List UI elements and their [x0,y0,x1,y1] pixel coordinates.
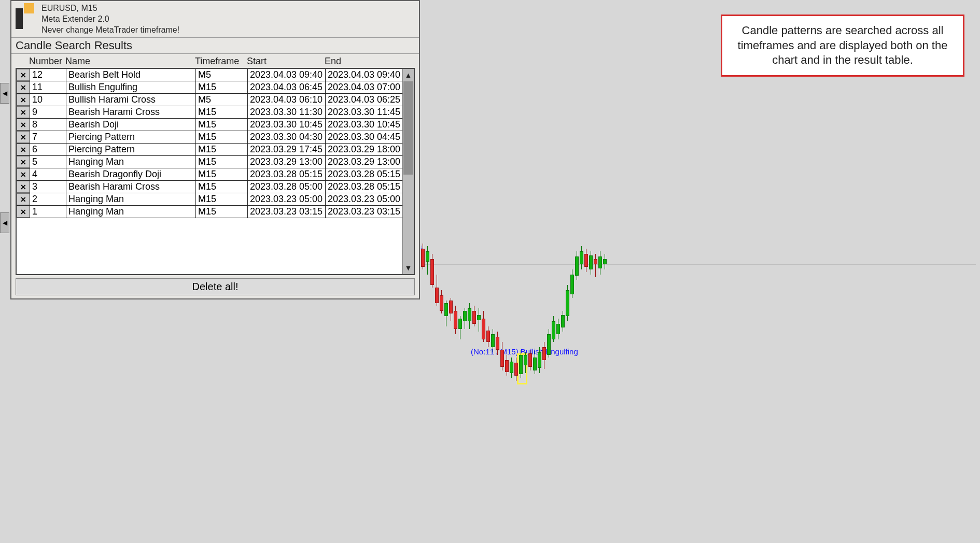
delete-row-button[interactable]: ✕ [17,156,30,168]
cell-name: Bearish Harami Cross [66,181,196,193]
delete-all-button[interactable]: Delete all! [16,278,415,295]
cell-timeframe: M5 [196,69,248,81]
delete-row-button[interactable]: ✕ [17,181,30,193]
table-row[interactable]: ✕11Bullish EngulfingM152023.04.03 06:452… [17,81,402,94]
cell-end: 2023.04.03 09:40 [326,69,402,81]
candlestick-chart[interactable]: ↓ (No:11 / M15) Bullish Engulfing [421,238,613,404]
cell-start: 2023.04.03 06:45 [248,81,326,93]
table-row[interactable]: ✕2Hanging ManM152023.03.23 05:002023.03.… [17,193,402,206]
cell-number: 4 [30,168,66,180]
cell-name: Piercing Pattern [66,144,196,155]
cell-start: 2023.03.29 13:00 [248,156,326,168]
cell-timeframe: M15 [196,119,248,131]
cell-start: 2023.03.28 05:00 [248,181,326,193]
table-row[interactable]: ✕12Bearish Belt HoldM52023.04.03 09:4020… [17,69,402,81]
product-label: Meta Extender 2.0 [41,14,179,25]
cell-timeframe: M15 [196,106,248,118]
delete-row-button[interactable]: ✕ [17,69,30,81]
cell-name: Bearish Belt Hold [66,69,196,81]
cell-end: 2023.03.30 11:45 [326,106,402,118]
cell-timeframe: M15 [196,193,248,205]
cell-timeframe: M15 [196,81,248,93]
chart-hline [421,264,976,265]
cell-start: 2023.03.28 05:15 [248,168,326,180]
table-row[interactable]: ✕3Bearish Harami CrossM152023.03.28 05:0… [17,181,402,193]
cell-name: Bullish Engulfing [66,81,196,93]
cell-start: 2023.03.23 03:15 [248,206,326,218]
cell-end: 2023.03.28 05:15 [326,168,402,180]
delete-row-button[interactable]: ✕ [17,206,30,218]
table-row[interactable]: ✕5Hanging ManM152023.03.29 13:002023.03.… [17,156,402,168]
cell-name: Bearish Doji [66,119,196,131]
cell-timeframe: M15 [196,168,248,180]
cell-end: 2023.03.30 04:45 [326,131,402,143]
table-row[interactable]: ✕4Bearish Dragonfly DojiM152023.03.28 05… [17,168,402,181]
col-end: End [325,56,402,67]
cell-start: 2023.03.30 10:45 [248,119,326,131]
cell-timeframe: M15 [196,144,248,155]
table-row[interactable]: ✕9Bearish Harami CrossM152023.03.30 11:3… [17,106,402,119]
cell-start: 2023.04.03 06:10 [248,94,326,106]
cell-timeframe: M5 [196,94,248,106]
cell-end: 2023.03.29 13:00 [326,156,402,168]
delete-row-button[interactable]: ✕ [17,144,30,155]
cell-number: 9 [30,106,66,118]
table-header-row: Number Name Timeframe Start End [16,54,415,68]
delete-row-button[interactable]: ✕ [17,119,30,131]
cell-end: 2023.03.29 18:00 [326,144,402,155]
cell-start: 2023.04.03 09:40 [248,69,326,81]
delete-row-button[interactable]: ✕ [17,81,30,93]
table-row[interactable]: ✕6Piercing PatternM152023.03.29 17:45202… [17,144,402,156]
cell-name: Bearish Harami Cross [66,106,196,118]
panel-header: EURUSD, M15 Meta Extender 2.0 Never chan… [11,1,419,37]
cell-timeframe: M15 [196,131,248,143]
table-row[interactable]: ✕1Hanging ManM152023.03.23 03:152023.03.… [17,206,402,218]
delete-row-button[interactable]: ✕ [17,131,30,143]
table-row[interactable]: ✕10Bullish Harami CrossM52023.04.03 06:1… [17,94,402,106]
delete-row-button[interactable]: ✕ [17,94,30,106]
cell-end: 2023.03.23 05:00 [326,193,402,205]
cell-start: 2023.03.23 05:00 [248,193,326,205]
cell-start: 2023.03.30 04:30 [248,131,326,143]
panel-collapse-tab-1[interactable]: ◀ [0,83,9,104]
cell-name: Piercing Pattern [66,131,196,143]
cell-number: 7 [30,131,66,143]
table-scrollbar[interactable]: ▲ ▼ [402,69,414,274]
scroll-down-icon[interactable]: ▼ [403,262,414,274]
cell-number: 11 [30,81,66,93]
cell-number: 10 [30,94,66,106]
cell-number: 8 [30,119,66,131]
info-callout: Candle patterns are searched across all … [721,15,964,77]
scroll-thumb[interactable] [403,81,413,175]
cell-name: Bearish Dragonfly Doji [66,168,196,180]
cell-timeframe: M15 [196,156,248,168]
results-table: ✕12Bearish Belt HoldM52023.04.03 09:4020… [16,68,415,275]
delete-row-button[interactable]: ✕ [17,106,30,118]
results-title: Candle Search Results [11,37,419,54]
cell-name: Bullish Harami Cross [66,94,196,106]
delete-row-button[interactable]: ✕ [17,168,30,180]
cell-number: 5 [30,156,66,168]
cell-start: 2023.03.29 17:45 [248,144,326,155]
candle-search-panel: EURUSD, M15 Meta Extender 2.0 Never chan… [10,0,420,299]
table-row[interactable]: ✕7Piercing PatternM152023.03.30 04:30202… [17,131,402,144]
cell-number: 12 [30,69,66,81]
cell-number: 3 [30,181,66,193]
cell-number: 6 [30,144,66,155]
cell-end: 2023.03.30 10:45 [326,119,402,131]
panel-title-block: EURUSD, M15 Meta Extender 2.0 Never chan… [41,3,179,35]
col-number: Number [29,56,65,67]
col-name: Name [65,56,195,67]
panel-collapse-tab-2[interactable]: ◀ [0,212,9,233]
scroll-up-icon[interactable]: ▲ [403,69,414,81]
cell-name: Hanging Man [66,156,196,168]
delete-row-button[interactable]: ✕ [17,193,30,205]
cell-number: 2 [30,193,66,205]
symbol-label: EURUSD, M15 [41,3,179,14]
cell-start: 2023.03.30 11:30 [248,106,326,118]
cell-name: Hanging Man [66,193,196,205]
table-row[interactable]: ✕8Bearish DojiM152023.03.30 10:452023.03… [17,119,402,131]
cell-name: Hanging Man [66,206,196,218]
warning-label: Never change MetaTrader timeframe! [41,25,179,36]
product-logo-icon [16,3,34,29]
